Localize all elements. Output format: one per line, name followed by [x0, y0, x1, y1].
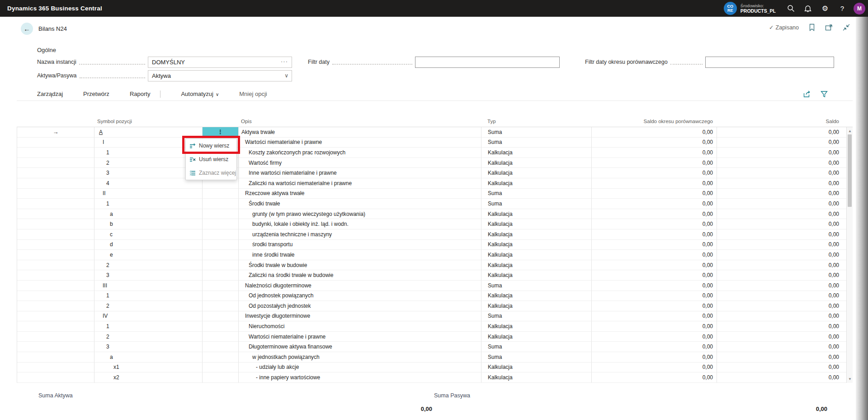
table-row[interactable]: 3 Długoterminowe aktywa finansowe Suma 0… — [17, 342, 853, 352]
row-context-menu-icon[interactable]: ⋮ — [217, 129, 223, 135]
opis-cell[interactable]: budynki, lokale i obiekty inż. ląd. i wo… — [239, 219, 481, 229]
saldo-cell[interactable]: 0,00 — [717, 291, 847, 301]
saldo-cell[interactable]: 0,00 — [717, 127, 847, 138]
saldo-cell[interactable]: 0,00 — [717, 281, 847, 291]
scroll-up-icon[interactable]: ▲ — [847, 129, 853, 133]
opis-cell[interactable]: środki transportu — [239, 240, 481, 250]
saldo-cell[interactable]: 0,00 — [717, 372, 847, 383]
row-menu-cell[interactable] — [203, 342, 239, 352]
search-icon[interactable] — [782, 0, 799, 17]
saldo-cell[interactable]: 0,00 — [717, 148, 847, 158]
menu-item-zaznacz-wiecej[interactable]: Zaznacz więcej — [186, 166, 236, 180]
typ-cell[interactable]: Kalkulacja — [481, 158, 592, 168]
row-menu-cell[interactable] — [203, 229, 239, 240]
symbol-cell[interactable]: 3 — [94, 342, 203, 352]
table-row[interactable]: x1 - udziały lub akcje Kalkulacja 0,00 0… — [17, 363, 853, 373]
typ-cell[interactable]: Kalkulacja — [481, 301, 592, 311]
collapse-icon[interactable] — [843, 24, 850, 31]
saldo-por-cell[interactable]: 0,00 — [592, 332, 717, 342]
column-header-symbol[interactable]: Symbol pozycji — [94, 119, 202, 124]
menu-item-nowy-wiersz[interactable]: Nowy wiersz — [186, 139, 236, 153]
date-filter-input[interactable] — [415, 57, 559, 67]
toolbar-item-automatyzuj[interactable]: Automatyzuj∨ — [181, 91, 219, 97]
table-row[interactable]: 1 Koszty zakończonych prac rozwojowych K… — [17, 148, 853, 158]
row-menu-cell[interactable] — [203, 311, 239, 322]
column-header-saldo-por[interactable]: Saldo okresu porównawczego — [591, 119, 717, 124]
typ-cell[interactable]: Kalkulacja — [481, 270, 592, 281]
symbol-cell[interactable]: IV — [94, 311, 203, 322]
saldo-cell[interactable]: 0,00 — [717, 189, 847, 199]
row-menu-cell[interactable] — [203, 291, 239, 301]
typ-cell[interactable]: Kalkulacja — [481, 219, 592, 229]
typ-cell[interactable]: Kalkulacja — [481, 291, 592, 301]
typ-cell[interactable]: Suma — [481, 127, 592, 138]
opis-cell[interactable]: Zaliczki na środki trwałe w budowie — [239, 270, 481, 281]
saldo-cell[interactable]: 0,00 — [717, 260, 847, 271]
typ-cell[interactable]: Kalkulacja — [481, 250, 592, 260]
table-row[interactable]: III Należności długoterminowe Suma 0,00 … — [17, 281, 853, 291]
scroll-down-icon[interactable]: ▼ — [847, 377, 853, 381]
opis-cell[interactable]: - inne papiery wartościowe — [239, 372, 481, 383]
typ-cell[interactable]: Kalkulacja — [481, 260, 592, 271]
opis-cell[interactable]: Wartości niematerialne i prawne — [239, 332, 481, 342]
table-row[interactable]: 2 Wartość firmy Kalkulacja 0,00 0,00 — [17, 158, 853, 168]
typ-cell[interactable]: Kalkulacja — [481, 372, 592, 383]
row-menu-cell[interactable] — [203, 199, 239, 209]
toolbar-item-raporty[interactable]: Raporty — [130, 91, 151, 97]
row-menu-cell[interactable] — [203, 281, 239, 291]
table-scrollbar[interactable]: ▲ ▼ — [846, 127, 853, 383]
saldo-por-cell[interactable]: 0,00 — [592, 372, 717, 383]
settings-gear-icon[interactable]: ⚙ — [816, 0, 834, 17]
symbol-cell[interactable]: 1 — [94, 291, 203, 301]
toolbar-item-mniej-opcji[interactable]: Mniej opcji — [239, 91, 267, 97]
page-scrollbar[interactable] — [856, 17, 868, 420]
saldo-cell[interactable]: 0,00 — [717, 311, 847, 322]
saldo-por-cell[interactable]: 0,00 — [592, 260, 717, 271]
typ-cell[interactable]: Suma — [481, 352, 592, 363]
column-header-opis[interactable]: Opis — [238, 119, 481, 124]
typ-cell[interactable]: Kalkulacja — [481, 148, 592, 158]
toolbar-item-zarzadzaj[interactable]: Zarządzaj — [37, 91, 63, 97]
typ-cell[interactable]: Suma — [481, 199, 592, 209]
saldo-por-cell[interactable]: 0,00 — [592, 281, 717, 291]
opis-cell[interactable]: Rzeczowe aktywa trwałe — [239, 189, 481, 199]
typ-cell[interactable]: Kalkulacja — [481, 240, 592, 250]
opis-cell[interactable]: urządzenia techniczne i maszyny — [239, 229, 481, 240]
scrollbar-thumb[interactable] — [848, 134, 852, 207]
table-row[interactable]: 3 Inne wartości niematerialne i prawne K… — [17, 168, 853, 178]
typ-cell[interactable]: Kalkulacja — [481, 178, 592, 189]
symbol-cell[interactable]: e — [94, 250, 203, 260]
symbol-cell[interactable]: a — [94, 209, 203, 220]
table-row[interactable]: e inne środki trwałe Kalkulacja 0,00 0,0… — [17, 250, 853, 260]
row-menu-cell[interactable] — [203, 240, 239, 250]
saldo-por-cell[interactable]: 0,00 — [592, 291, 717, 301]
table-row[interactable]: 4 Zaliczki na wartości niematerialne i p… — [17, 178, 853, 189]
table-row[interactable]: IV Inwestycje długoterminowe Suma 0,00 0… — [17, 311, 853, 322]
table-row[interactable]: 2 Środki trwałe w budowie Kalkulacja 0,0… — [17, 260, 853, 271]
help-icon[interactable]: ? — [834, 0, 851, 17]
instance-name-input[interactable] — [148, 57, 292, 67]
column-header-typ[interactable]: Typ — [481, 119, 591, 124]
table-row[interactable]: c urządzenia techniczne i maszyny Kalkul… — [17, 229, 853, 240]
saldo-cell[interactable]: 0,00 — [717, 178, 847, 189]
row-menu-cell[interactable] — [203, 209, 239, 220]
table-row[interactable]: 1 Środki trwałe Suma 0,00 0,00 — [17, 199, 853, 209]
typ-cell[interactable]: Kalkulacja — [481, 168, 592, 178]
symbol-cell[interactable]: x1 — [94, 363, 203, 373]
saldo-cell[interactable]: 0,00 — [717, 219, 847, 229]
saldo-por-cell[interactable]: 0,00 — [592, 219, 717, 229]
saldo-por-cell[interactable]: 0,00 — [592, 363, 717, 373]
aktywa-pasywa-select[interactable]: Aktywa ∨ — [148, 70, 292, 81]
opis-cell[interactable]: Zaliczki na wartości niematerialne i pra… — [239, 178, 481, 189]
row-menu-cell[interactable] — [203, 219, 239, 229]
row-menu-cell[interactable] — [203, 372, 239, 383]
symbol-cell[interactable]: 3 — [94, 270, 203, 281]
saldo-cell[interactable]: 0,00 — [717, 199, 847, 209]
typ-cell[interactable]: Kalkulacja — [481, 321, 592, 332]
opis-cell[interactable]: grunty (w tym prawo wieczystego użytkowa… — [239, 209, 481, 220]
symbol-cell[interactable]: III — [94, 281, 203, 291]
saldo-cell[interactable]: 0,00 — [717, 342, 847, 352]
avatar[interactable]: M — [854, 3, 865, 14]
row-menu-cell[interactable] — [203, 332, 239, 342]
assist-edit-button[interactable]: ··· — [279, 58, 290, 65]
